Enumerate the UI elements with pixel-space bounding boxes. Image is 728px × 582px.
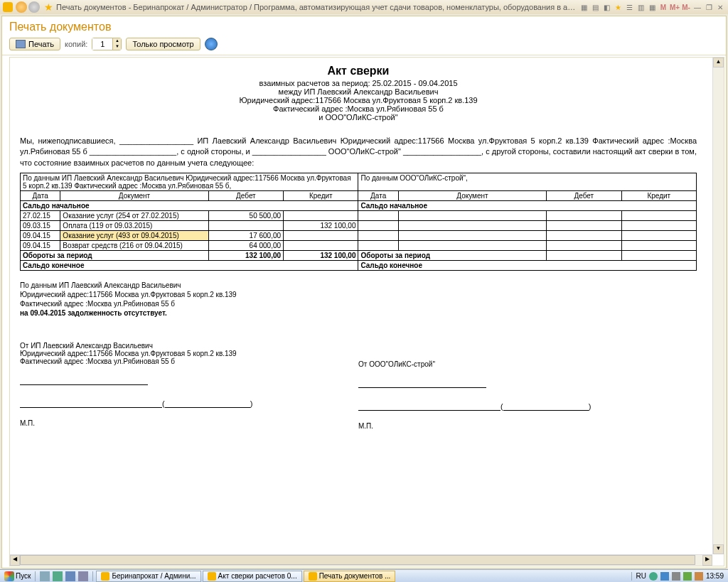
app-titlebar: ★ Печать документов - Беринапрокат / Адм… <box>0 0 728 14</box>
help-button[interactable] <box>205 38 218 50</box>
preview-only-button[interactable]: Только просмотр <box>126 38 200 50</box>
toolbar-icon[interactable]: ▦ <box>647 2 657 12</box>
footer-line: Фактический адрес :Москва ул.Рябиновая 5… <box>20 299 697 308</box>
table-row[interactable]: 09.03.15Оплата (119 от 09.03.2015)132 10… <box>21 221 697 231</box>
signature-block: () <box>20 399 358 408</box>
clock[interactable]: 13:59 <box>706 572 724 580</box>
start-label: Пуск <box>16 572 31 580</box>
ql-icon[interactable] <box>78 571 88 581</box>
footer-debt: на 09.04.2015 задолженность отсутствует. <box>20 308 697 318</box>
copies-input[interactable] <box>92 38 112 50</box>
scroll-left-button[interactable]: ◀ <box>10 555 20 566</box>
maximize-button[interactable]: ❐ <box>704 2 714 12</box>
copies-label: копий: <box>65 40 87 48</box>
toolbar-icon[interactable]: ☰ <box>624 2 634 12</box>
scroll-up-button[interactable]: ▲ <box>713 58 724 68</box>
start-button[interactable]: Пуск <box>0 571 35 581</box>
horizontal-scrollbar[interactable]: ◀ ▶ <box>10 554 712 566</box>
favorite-icon[interactable]: ★ <box>44 1 53 13</box>
turnover-label: Обороты за период <box>21 251 209 261</box>
col-date: Дата <box>358 191 398 201</box>
doc-subtitle: взаимных расчетов за период: 25.02.2015 … <box>20 79 697 87</box>
vertical-scrollbar[interactable]: ▲ ▼ <box>712 58 724 554</box>
sig-from-left: От ИП Лаевский Александр Васильевич <box>20 342 358 350</box>
doc-line: и ООО"ОЛиКС-строй" <box>20 113 697 122</box>
m-plus-button[interactable]: M+ <box>670 2 680 12</box>
language-indicator[interactable]: RU <box>636 572 646 580</box>
table-row[interactable]: 09.04.15Возврат средств (216 от 09.04.20… <box>21 241 697 251</box>
taskbar: Пуск Беринапрокат / Админи...Акт сверки … <box>0 569 728 582</box>
sig-addr: Фактический адрес :Москва ул.Рябиновая 5… <box>20 357 358 365</box>
footer-block: По данным ИП Лаевский Александр Васильев… <box>20 281 697 318</box>
toolbar-icon[interactable]: ★ <box>613 2 623 12</box>
scroll-down-button[interactable]: ▼ <box>713 544 724 554</box>
spinner-down[interactable]: ▼ <box>112 44 121 50</box>
system-tray: RU 13:59 <box>631 572 728 581</box>
toolbar: Печать копий: ▲ ▼ Только просмотр <box>2 35 726 55</box>
windows-icon <box>4 571 14 581</box>
scroll-thumb[interactable] <box>20 555 695 565</box>
document-content: Акт сверки взаимных расчетов за период: … <box>10 58 707 437</box>
signature-line <box>358 387 486 388</box>
table-row[interactable]: 27.02.15Оказание услуг (254 от 27.02.201… <box>21 211 697 221</box>
table-row[interactable]: 09.04.15Оказание услуг (493 от 09.04.201… <box>21 231 697 241</box>
toolbar-icon[interactable]: ▥ <box>636 2 646 12</box>
preview-label: Только просмотр <box>132 40 193 48</box>
taskbar-task[interactable]: Акт сверки расчетов 0... <box>203 571 302 582</box>
doc-line: Юридический адрес:117566 Москва ул.Фрукт… <box>20 96 697 104</box>
table-left-header: По данным ИП Лаевский Александр Васильев… <box>21 173 358 191</box>
toolbar-icon[interactable]: ◧ <box>601 2 611 12</box>
nav-forward-button[interactable] <box>28 1 40 13</box>
turnover-debit: 132 100,00 <box>208 251 283 261</box>
close-button[interactable]: ✕ <box>715 2 725 12</box>
print-button[interactable]: Печать <box>9 38 60 50</box>
scroll-right-button[interactable]: ▶ <box>702 555 712 566</box>
doc-line: Фактический адрес :Москва ул.Рябиновая 5… <box>20 104 697 113</box>
task-icon <box>101 572 109 581</box>
saldo-start-left: Сальдо начальное <box>21 201 358 211</box>
footer-line: Юридический адрес:117566 Москва ул.Фрукт… <box>20 290 697 299</box>
m-button[interactable]: M <box>658 2 668 12</box>
col-credit: Кредит <box>621 191 696 201</box>
turnover-credit: 132 100,00 <box>284 251 358 261</box>
sig-addr: Юридический адрес:117566 Москва ул.Фрукт… <box>20 350 358 357</box>
toolbar-icon[interactable]: ▦ <box>579 2 589 12</box>
signature-row: От ИП Лаевский Александр Васильевич Юрид… <box>20 332 697 430</box>
col-doc: Документ <box>398 191 546 201</box>
col-doc: Документ <box>60 191 208 201</box>
col-date: Дата <box>21 191 60 201</box>
copies-spinner[interactable]: ▲ ▼ <box>92 38 122 50</box>
minimize-button[interactable]: — <box>692 2 702 12</box>
col-credit: Кредит <box>284 191 358 201</box>
app-icon <box>3 2 13 12</box>
print-label: Печать <box>28 40 54 48</box>
tray-icon[interactable] <box>695 572 703 581</box>
page-title: Печать документов <box>2 16 726 35</box>
turnover-label-r: Обороты за период <box>358 251 547 261</box>
tray-icon[interactable] <box>672 572 680 581</box>
tray-icon[interactable] <box>649 572 658 581</box>
nav-back-button[interactable] <box>16 1 27 13</box>
taskbar-task[interactable]: Беринапрокат / Админи... <box>96 571 200 582</box>
ql-icon[interactable] <box>65 571 75 581</box>
tray-icon[interactable] <box>660 572 669 581</box>
tray-icon[interactable] <box>683 572 692 581</box>
spinner-up[interactable]: ▲ <box>112 38 121 44</box>
stamp-label: М.П. <box>20 419 358 427</box>
toolbar-icon[interactable]: ▤ <box>590 2 600 12</box>
signature-block: () <box>358 402 697 411</box>
taskbar-tasks: Беринапрокат / Админи...Акт сверки расче… <box>93 571 631 582</box>
window-title: Печать документов - Беринапрокат / Админ… <box>56 3 579 11</box>
stamp-label: М.П. <box>358 422 697 430</box>
footer-line: По данным ИП Лаевский Александр Васильев… <box>20 281 697 290</box>
document-window: Печать документов Печать копий: ▲ ▼ Толь… <box>1 16 727 568</box>
saldo-end-right: Сальдо конечное <box>358 261 697 271</box>
m-minus-button[interactable]: M- <box>681 2 691 12</box>
document-viewport: Акт сверки взаимных расчетов за период: … <box>9 57 724 566</box>
saldo-start-right: Сальдо начальное <box>358 201 697 211</box>
quick-launch <box>35 571 93 581</box>
ql-icon[interactable] <box>53 571 63 581</box>
sig-from-right: От ООО"ОЛиКС-строй" <box>358 360 697 368</box>
taskbar-task[interactable]: Печать документов ... <box>304 571 396 582</box>
ql-icon[interactable] <box>40 571 50 581</box>
